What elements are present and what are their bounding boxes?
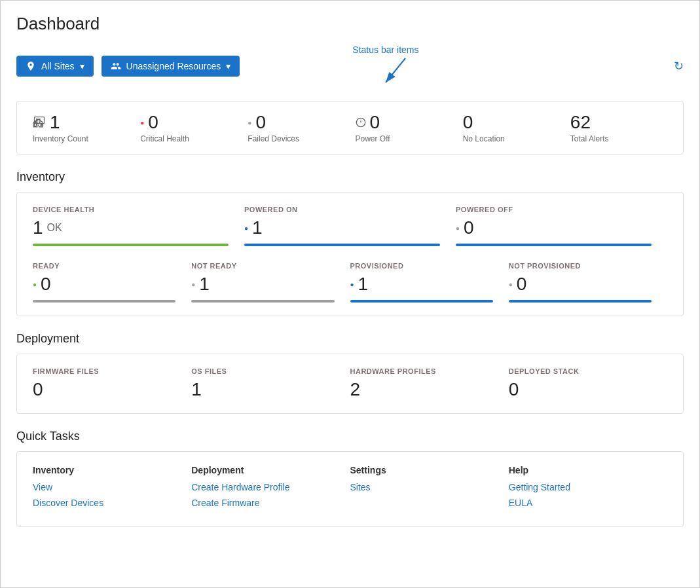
gray-dot-failed-icon: ● — [248, 119, 251, 126]
inventory-top-grid: DEVICE HEALTH 1 OK POWERED ON ● 1 POWERE… — [33, 206, 667, 246]
unassigned-resources-label: Unassigned Resources — [126, 61, 221, 71]
svg-rect-3 — [36, 119, 38, 120]
refresh-button[interactable]: ↻ — [674, 59, 684, 73]
device-health-value: 1 OK — [33, 217, 229, 238]
quick-tasks-grid: Inventory View Discover Devices Deployme… — [33, 465, 667, 513]
inventory-card: DEVICE HEALTH 1 OK POWERED ON ● 1 POWERE… — [16, 192, 684, 316]
powered-off-item: POWERED OFF ● 0 — [456, 206, 667, 246]
qt-eula-link[interactable]: EULA — [509, 498, 652, 508]
powered-on-value: ● 1 — [244, 217, 440, 238]
unassigned-resources-button[interactable]: Unassigned Resources ▾ — [101, 56, 240, 77]
not-provisioned-item: NOT PROVISIONED ● 0 — [509, 262, 667, 303]
inventory-bottom-grid: READY ● 0 NOT READY ● 1 PROVISIONED ● — [33, 262, 667, 303]
deployed-stack-item: DEPLOYED STACK 0 — [509, 367, 667, 400]
status-total-alerts[interactable]: 62 Total Alerts — [560, 112, 667, 143]
not-ready-bar — [191, 300, 334, 303]
qt-inventory-col: Inventory View Discover Devices — [33, 465, 191, 513]
deployment-card: FIRMWARE FILES 0 OS FILES 1 HARDWARE PRO… — [16, 354, 684, 414]
firmware-files-item: FIRMWARE FILES 0 — [33, 367, 191, 400]
status-inventory-value: 1 — [33, 112, 119, 133]
qt-getting-started-link[interactable]: Getting Started — [509, 482, 652, 492]
status-critical-health[interactable]: ● 0 Critical Health — [130, 112, 237, 143]
annotation-content: Status bar items — [352, 45, 418, 88]
svg-rect-6 — [39, 121, 41, 123]
not-ready-item: NOT READY ● 1 — [191, 262, 350, 303]
green-dot-ready-icon: ● — [33, 281, 37, 288]
status-alerts-value: 62 — [570, 112, 657, 133]
building-icon — [33, 116, 46, 129]
quick-tasks-section-title: Quick Tasks — [16, 430, 684, 443]
status-critical-value: ● 0 — [140, 112, 227, 133]
blue-dot-powered-on-icon: ● — [244, 225, 248, 232]
page-title: Dashboard — [16, 14, 684, 34]
group-icon — [111, 61, 121, 71]
unassigned-resources-chevron: ▾ — [226, 61, 230, 71]
info-circle-icon — [356, 117, 366, 128]
annotation-arrow-icon — [379, 55, 418, 88]
qt-sites-link[interactable]: Sites — [350, 482, 493, 492]
annotation-text: Status bar items — [352, 45, 418, 55]
device-health-bar — [33, 244, 229, 246]
status-no-location[interactable]: 0 No Location — [452, 112, 560, 143]
provisioned-item: PROVISIONED ● 1 — [350, 262, 509, 303]
qt-view-link[interactable]: View — [33, 482, 175, 492]
qt-settings-col: Settings Sites — [350, 465, 509, 513]
os-files-item: OS FILES 1 — [191, 367, 350, 400]
powered-off-value: ● 0 — [456, 217, 652, 238]
status-power-off[interactable]: 0 Power Off — [345, 112, 452, 143]
ready-item: READY ● 0 — [33, 262, 191, 303]
deployment-section-title: Deployment — [16, 332, 684, 346]
page-wrapper: Dashboard All Sites ▾ Unassigned Resourc… — [0, 0, 700, 588]
qt-create-hardware-profile-link[interactable]: Create Hardware Profile — [191, 482, 334, 492]
svg-line-1 — [386, 58, 405, 83]
powered-on-bar — [244, 244, 440, 246]
qt-deployment-col: Deployment Create Hardware Profile Creat… — [191, 465, 350, 513]
status-location-value: 0 — [463, 112, 549, 133]
all-sites-label: All Sites — [41, 61, 75, 71]
all-sites-chevron: ▾ — [80, 61, 84, 71]
ready-value: ● 0 — [33, 274, 175, 295]
svg-rect-4 — [39, 119, 41, 120]
qt-create-firmware-link[interactable]: Create Firmware — [191, 498, 334, 508]
status-failed-value: ● 0 — [248, 112, 334, 133]
status-failed-devices[interactable]: ● 0 Failed Devices — [237, 112, 344, 143]
location-icon — [26, 61, 36, 71]
gray-dot-not-ready-icon: ● — [191, 281, 195, 288]
svg-rect-5 — [36, 121, 38, 123]
status-bar: 1 Inventory Count ● 0 Critical Health ● … — [16, 101, 684, 155]
hardware-profiles-item: HARDWARE PROFILES 2 — [350, 367, 509, 400]
status-inventory-count[interactable]: 1 Inventory Count — [33, 112, 130, 143]
provisioned-bar — [350, 300, 493, 303]
not-provisioned-value: ● 0 — [509, 274, 652, 295]
not-ready-value: ● 1 — [191, 274, 334, 295]
not-provisioned-bar — [509, 300, 652, 303]
blue-dot-provisioned-icon: ● — [350, 281, 354, 288]
powered-off-bar — [456, 244, 652, 246]
device-health-item: DEVICE HEALTH 1 OK — [33, 206, 244, 246]
top-bar: All Sites ▾ Unassigned Resources ▾ Statu… — [16, 45, 684, 88]
deployment-grid: FIRMWARE FILES 0 OS FILES 1 HARDWARE PRO… — [33, 367, 667, 400]
powered-on-item: POWERED ON ● 1 — [244, 206, 456, 246]
quick-tasks-card: Inventory View Discover Devices Deployme… — [16, 451, 684, 527]
gray-dot-not-provisioned-icon: ● — [509, 281, 513, 288]
inventory-section-title: Inventory — [16, 170, 684, 184]
all-sites-button[interactable]: All Sites ▾ — [16, 56, 94, 77]
qt-discover-devices-link[interactable]: Discover Devices — [33, 498, 175, 508]
status-power-value: 0 — [356, 112, 442, 133]
annotation: Status bar items — [352, 45, 418, 88]
ready-bar — [33, 300, 175, 303]
red-dot-icon: ● — [140, 119, 144, 126]
gray-dot-powered-off-icon: ● — [456, 225, 460, 232]
provisioned-value: ● 1 — [350, 274, 493, 295]
qt-help-col: Help Getting Started EULA — [509, 465, 667, 513]
